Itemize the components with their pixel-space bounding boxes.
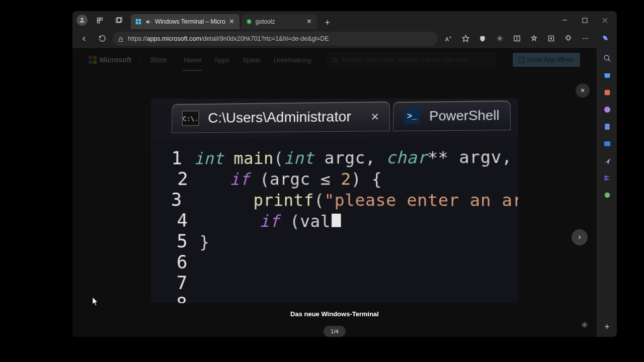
refresh-button[interactable] bbox=[95, 31, 110, 46]
terminal-tab-powershell: >_ PowerShell bbox=[393, 100, 511, 131]
settings-toolbar-icon[interactable] bbox=[492, 31, 507, 46]
sidebar-games-icon[interactable] bbox=[601, 104, 613, 116]
svg-point-18 bbox=[499, 38, 501, 40]
tab-strip: Windows Terminal – Micro ✕ gotoolz ✕ + bbox=[131, 11, 334, 29]
lightbox-counter: 1/4 bbox=[324, 326, 346, 337]
svg-rect-33 bbox=[604, 90, 610, 96]
code-area: 1int main(int argc, char** argv, char** … bbox=[151, 136, 518, 303]
sidebar-shopping-icon[interactable] bbox=[601, 69, 613, 81]
tab-inactive[interactable]: gotoolz ✕ bbox=[242, 14, 317, 29]
profile-avatar[interactable] bbox=[76, 15, 88, 26]
terminal-tab-cmd: C:\. C:\Users\Administrator × bbox=[172, 102, 390, 133]
terminal-tab-title: C:\Users\Administrator bbox=[208, 109, 351, 126]
svg-point-25 bbox=[583, 38, 584, 39]
sidebar-search-icon[interactable] bbox=[601, 52, 613, 64]
copilot-icon[interactable] bbox=[598, 31, 613, 46]
extensions-icon[interactable] bbox=[560, 31, 576, 46]
screenshot-media[interactable]: C:\. C:\Users\Administrator × >_ PowerSh… bbox=[151, 99, 518, 303]
maximize-button[interactable] bbox=[575, 12, 595, 28]
tab-favicon-icon bbox=[135, 18, 142, 25]
terminal-tab-title: PowerShell bbox=[429, 107, 500, 124]
audio-icon[interactable] bbox=[145, 18, 152, 25]
sidebar-tools-icon[interactable] bbox=[601, 86, 613, 99]
sidebar-app-icon[interactable] bbox=[601, 189, 613, 201]
media-lightbox: ✕ C:\. C:\Users\Administrator × bbox=[72, 48, 597, 337]
svg-rect-9 bbox=[139, 22, 141, 25]
new-tab-button[interactable]: + bbox=[321, 16, 334, 29]
svg-rect-35 bbox=[605, 124, 609, 130]
line-number: 3 bbox=[171, 189, 182, 210]
svg-point-27 bbox=[587, 38, 588, 39]
svg-rect-2 bbox=[100, 18, 102, 20]
tab-close-icon[interactable]: ✕ bbox=[306, 18, 313, 25]
svg-point-30 bbox=[584, 324, 586, 326]
sidebar-office-icon[interactable] bbox=[601, 121, 613, 133]
shield-icon[interactable] bbox=[475, 31, 490, 46]
tab-close-icon[interactable]: ✕ bbox=[228, 18, 235, 25]
page-settings-icon[interactable] bbox=[579, 319, 591, 331]
svg-marker-17 bbox=[462, 35, 469, 42]
read-aloud-icon[interactable]: A» bbox=[441, 31, 456, 46]
cmd-icon: C:\. bbox=[182, 111, 199, 126]
svg-rect-36 bbox=[604, 141, 610, 146]
svg-marker-21 bbox=[531, 36, 536, 40]
favorite-icon[interactable] bbox=[458, 31, 473, 46]
svg-line-32 bbox=[608, 59, 610, 61]
mouse-cursor-icon bbox=[93, 297, 99, 306]
close-button[interactable] bbox=[595, 12, 615, 28]
line-number: 2 bbox=[171, 168, 188, 189]
page-content: Microsoft Store Home Apps Spiele Unterha… bbox=[72, 48, 597, 337]
svg-point-31 bbox=[604, 55, 609, 60]
tab-title: gotoolz bbox=[256, 18, 275, 25]
browser-window: Windows Terminal – Micro ✕ gotoolz ✕ + bbox=[72, 11, 617, 337]
lightbox-next-button[interactable] bbox=[572, 229, 588, 245]
more-icon[interactable] bbox=[578, 31, 593, 46]
titlebar: Windows Terminal – Micro ✕ gotoolz ✕ + bbox=[72, 11, 617, 29]
tab-active[interactable]: Windows Terminal – Micro ✕ bbox=[131, 14, 239, 29]
text-cursor bbox=[332, 214, 341, 227]
tab-title: Windows Terminal – Micro bbox=[155, 18, 225, 25]
powershell-icon: >_ bbox=[404, 108, 420, 124]
svg-point-26 bbox=[585, 38, 586, 39]
terminal-tab-close-icon: × bbox=[371, 109, 379, 125]
favorites-list-icon[interactable] bbox=[526, 31, 541, 46]
svg-rect-1 bbox=[97, 18, 99, 20]
tab-favicon-icon bbox=[246, 18, 253, 25]
line-number: 8 bbox=[170, 293, 187, 303]
svg-point-37 bbox=[604, 193, 610, 198]
address-bar[interactable]: https://apps.microsoft.com/detail/9n0dx2… bbox=[113, 32, 438, 46]
line-number: 6 bbox=[171, 251, 188, 273]
svg-rect-13 bbox=[583, 18, 587, 23]
minimize-button[interactable] bbox=[554, 12, 575, 28]
line-number: 1 bbox=[171, 148, 182, 168]
svg-rect-3 bbox=[97, 21, 99, 23]
line-number: 5 bbox=[171, 230, 188, 251]
lightbox-close-button[interactable]: ✕ bbox=[576, 83, 590, 98]
svg-rect-7 bbox=[139, 19, 141, 22]
lightbox-caption: Das neue Windows-Terminal bbox=[290, 310, 379, 318]
line-number: 4 bbox=[171, 210, 188, 230]
edge-sidebar: + bbox=[597, 48, 617, 337]
lock-icon bbox=[118, 35, 125, 42]
line-number: 7 bbox=[170, 272, 187, 293]
back-button[interactable] bbox=[76, 31, 92, 46]
svg-rect-6 bbox=[136, 19, 138, 22]
tab-actions-icon[interactable] bbox=[112, 13, 126, 27]
collections-icon[interactable] bbox=[543, 31, 558, 46]
sidebar-add-icon[interactable]: + bbox=[601, 321, 613, 333]
workspaces-icon[interactable] bbox=[93, 13, 107, 27]
svg-rect-8 bbox=[136, 22, 138, 25]
sidebar-outlook-icon[interactable] bbox=[601, 138, 613, 150]
browser-toolbar: https://apps.microsoft.com/detail/9n0dx2… bbox=[72, 29, 617, 48]
split-screen-icon[interactable] bbox=[509, 31, 524, 46]
svg-point-34 bbox=[604, 107, 610, 113]
svg-point-0 bbox=[81, 18, 84, 20]
sidebar-onenote-icon[interactable] bbox=[601, 172, 613, 184]
url-text: https://apps.microsoft.com/detail/9n0dx2… bbox=[128, 35, 329, 42]
sidebar-drop-icon[interactable] bbox=[601, 155, 613, 167]
svg-rect-16 bbox=[119, 39, 123, 41]
